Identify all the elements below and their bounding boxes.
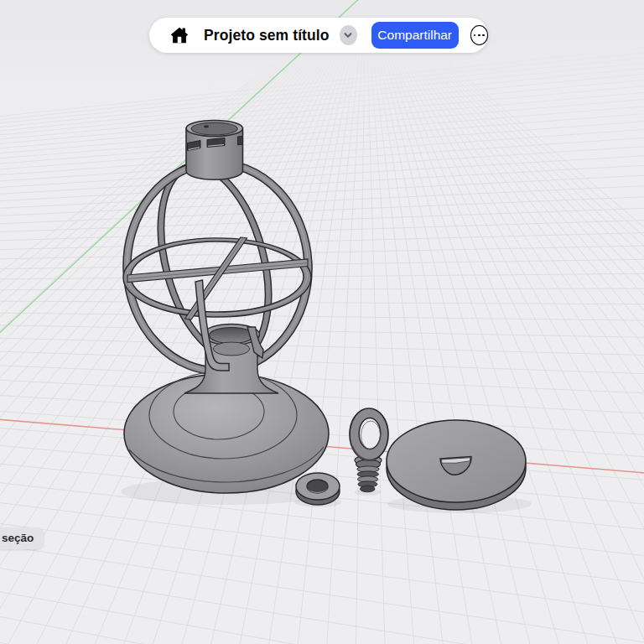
toolbar: Projeto sem título Compartilhar <box>149 18 488 53</box>
title-menu-button[interactable] <box>340 25 357 45</box>
home-button[interactable] <box>169 24 190 46</box>
cup-cavity <box>210 328 254 344</box>
ellipsis-icon <box>474 34 486 37</box>
model-washer[interactable] <box>296 473 340 505</box>
eyebolt-threads <box>357 466 379 492</box>
cup-floor <box>214 342 250 356</box>
distance-fog <box>0 0 644 352</box>
model-collar[interactable] <box>186 120 243 179</box>
model-eyebolt[interactable] <box>350 408 388 492</box>
collar-top-inner <box>191 122 237 135</box>
viewport-canvas[interactable] <box>0 0 644 644</box>
collar-rim-hole <box>204 125 209 127</box>
section-label: seção <box>0 527 44 549</box>
home-icon <box>169 24 190 46</box>
eyebolt-ring-hole <box>359 418 381 449</box>
model-cover-disk[interactable] <box>387 420 526 510</box>
chevron-down-icon <box>341 29 355 42</box>
share-button[interactable]: Compartilhar <box>371 22 459 49</box>
more-options-button[interactable] <box>470 25 488 45</box>
project-title[interactable]: Projeto sem título <box>204 27 330 44</box>
